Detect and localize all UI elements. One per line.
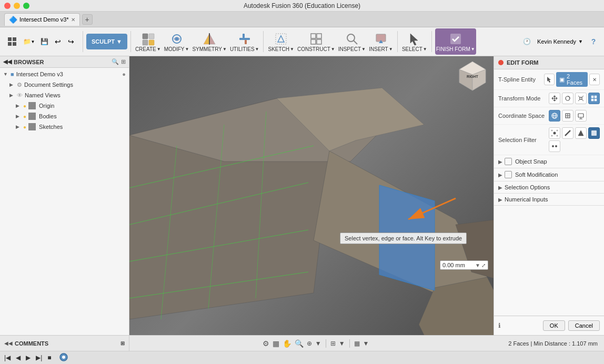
edit-form-dot [498, 60, 504, 65]
tree-item-sketches[interactable]: ▶ ● Sketches [0, 122, 129, 132]
view-dropdown-btn[interactable]: ▼ [339, 340, 345, 347]
transform-move-btn[interactable] [549, 93, 560, 104]
selection-options-section[interactable]: ▶ Selection Options [494, 181, 604, 194]
tspline-faces-badge[interactable]: ▣ 2 Faces [556, 72, 588, 87]
help-button[interactable]: ? [587, 28, 600, 55]
cancel-button[interactable]: Cancel [568, 320, 600, 331]
browser-panel: ◀◀ BROWSER 🔍 ⊞ ▼ ■ Intersect Demo v3 ● ▶… [0, 56, 129, 335]
nav-stop[interactable]: ■ [45, 353, 53, 362]
tree-item-origin[interactable]: ▶ ● Origin [0, 100, 129, 111]
numerical-inputs-section[interactable]: ▶ Numerical Inputs [494, 194, 604, 206]
value-expand-icon[interactable]: ⤢ [481, 262, 486, 268]
nav-record[interactable] [57, 351, 71, 365]
object-snap-section[interactable]: ▶ Object Snap [494, 155, 604, 168]
nav-skip-back[interactable]: |◀ [2, 353, 13, 362]
construct-group[interactable]: CONSTRUCT ▼ [296, 28, 336, 55]
active-tab[interactable]: 🔷 Intersect Demo v3* ✕ [4, 13, 80, 26]
coord-local-btn[interactable] [562, 110, 573, 122]
insert-group[interactable]: INSERT ▼ [368, 28, 394, 55]
clock-button[interactable]: 🕐 [520, 28, 533, 55]
tspline-select-btn[interactable] [544, 74, 555, 85]
edit-form-panel: EDIT FORM T-Spline Entity ▣ 2 Faces ✕ Tr… [494, 56, 604, 335]
file-icon: 📁 [23, 38, 31, 45]
tab-close-icon[interactable]: ✕ [71, 17, 75, 23]
filter-face-btn[interactable] [575, 127, 587, 139]
soft-mod-checkbox[interactable] [505, 171, 512, 178]
zoomfit-tool-btn[interactable]: ⊕ [307, 340, 312, 347]
nav-play[interactable]: ▶ [24, 353, 33, 362]
user-menu[interactable]: Kevin Kennedy ▼ [537, 38, 583, 45]
maximize-button[interactable] [23, 3, 29, 9]
transform-scale-btn[interactable] [575, 93, 587, 104]
soft-mod-section[interactable]: ▶ Soft Modification [494, 168, 604, 181]
viewcube[interactable]: RIGHT [454, 59, 491, 96]
value-dropdown-icon[interactable]: ▼ [475, 262, 480, 268]
transform-rotate-btn[interactable] [562, 93, 573, 104]
render-dropdown-btn[interactable]: ▼ [363, 340, 369, 347]
browser-collapse-icon[interactable]: ◀◀ [3, 58, 12, 65]
tspline-close-btn[interactable]: ✕ [589, 74, 600, 85]
minimize-button[interactable] [14, 3, 20, 9]
tree-item-root[interactable]: ▼ ■ Intersect Demo v3 ● [0, 69, 129, 79]
sketch-group[interactable]: SKETCH ▼ [267, 28, 295, 55]
main-toolbar: 📁 ▼ 💾 ↩ ↪ SCULPT ▼ [0, 27, 604, 56]
utilities-group[interactable]: UTILITIES ▼ [229, 28, 260, 55]
ok-button[interactable]: OK [543, 320, 565, 331]
expand-left-icon[interactable]: ◀◀ [4, 340, 13, 346]
browser-header: ◀◀ BROWSER 🔍 ⊞ [0, 56, 129, 68]
finish-form-group[interactable]: FINISH FORM ▼ [435, 28, 476, 55]
redo-button[interactable]: ↪ [65, 28, 77, 55]
svg-line-72 [565, 130, 570, 136]
filter-vertex-btn[interactable] [549, 127, 560, 139]
modify-icon [169, 32, 184, 46]
nav-forward[interactable]: ▶| [34, 353, 44, 362]
svg-rect-17 [311, 34, 316, 38]
undo-button[interactable]: ↩ [52, 28, 64, 55]
browser-search-icon[interactable]: 🔍 [112, 58, 119, 65]
tree-arrow-views: ▶ [9, 93, 15, 98]
svg-rect-18 [317, 34, 321, 38]
modify-group[interactable]: MODIFY ▼ [163, 28, 190, 55]
view-mode-btn[interactable]: ⊞ [330, 340, 336, 347]
tree-item-doc-settings[interactable]: ▶ ⚙ Document Settings [0, 79, 129, 90]
transform-all-btn[interactable] [588, 93, 600, 104]
pan-tool-btn[interactable]: ✋ [283, 339, 291, 348]
value-input-box[interactable]: ▼ ⤢ [440, 260, 488, 270]
symmetry-group[interactable]: SYMMETRY ▼ [191, 28, 227, 55]
object-snap-checkbox[interactable] [505, 158, 512, 165]
coord-world-btn[interactable] [549, 110, 560, 122]
close-button[interactable] [4, 3, 11, 9]
select-group[interactable]: SELECT ▼ [401, 28, 428, 55]
tree-item-bodies[interactable]: ▶ ● Bodies [0, 111, 129, 122]
display-dropdown-btn[interactable]: ▼ [315, 340, 321, 347]
tree-gear-root[interactable]: ● [122, 71, 126, 77]
filter-body-btn[interactable] [588, 127, 600, 139]
svg-rect-6 [143, 40, 148, 45]
value-input[interactable] [442, 262, 474, 268]
create-group[interactable]: CREATE ▼ [134, 28, 162, 55]
filter-extra-btn[interactable] [549, 140, 560, 152]
browser-expand-icon[interactable]: ⊞ [121, 58, 126, 65]
grid-tool-btn[interactable]: ▦ [273, 339, 279, 348]
sculpt-mode-button[interactable]: SCULPT ▼ [86, 34, 127, 49]
select-label: SELECT ▼ [402, 46, 427, 52]
zoom-tool-btn[interactable]: 🔍 [295, 339, 304, 348]
save-button[interactable]: 💾 [38, 28, 51, 55]
coord-screen-btn[interactable] [575, 110, 587, 122]
transform-mode-row: Transform Mode [494, 90, 604, 107]
settings-tool-btn[interactable]: ⚙ [263, 339, 269, 348]
viewport-3d[interactable]: Select vertex, edge or face. Alt Key to … [129, 56, 494, 335]
tree-arrow-sketches: ▶ [16, 124, 21, 129]
file-button[interactable]: 📁 ▼ [21, 28, 37, 55]
filter-edge-btn[interactable] [562, 127, 573, 139]
inspect-group[interactable]: INSPECT ▼ [337, 28, 367, 55]
svg-rect-26 [450, 34, 461, 44]
render-mode-btn[interactable]: ▦ [354, 340, 360, 347]
comments-expand-icon[interactable]: ⊞ [120, 340, 125, 346]
new-tab-button[interactable]: + [82, 14, 93, 25]
tree-item-named-views[interactable]: ▶ 👁 Named Views [0, 90, 129, 100]
nav-back[interactable]: ◀ [14, 353, 23, 362]
svg-marker-11 [209, 34, 215, 44]
home-button[interactable] [4, 34, 20, 49]
svg-rect-57 [595, 99, 597, 101]
